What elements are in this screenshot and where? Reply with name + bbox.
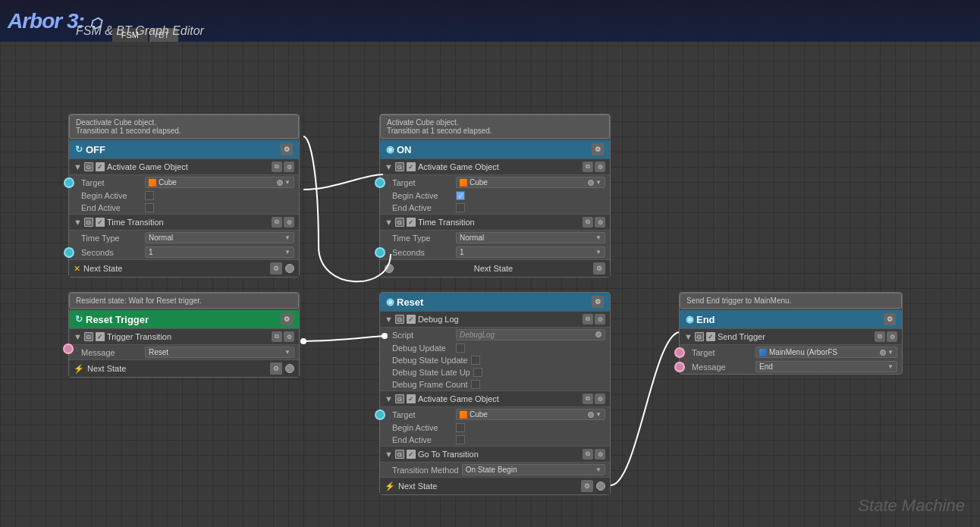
reset-next-gear-btn[interactable]: ⚙ xyxy=(581,480,593,492)
on-next-gear-btn[interactable]: ⚙ xyxy=(593,262,605,274)
end-target-value[interactable]: MainMenu (ArborFS ▼ xyxy=(755,347,897,358)
reset-debug-state-late-check[interactable] xyxy=(473,368,482,377)
reset-debug-copy-btn[interactable]: ⧉ xyxy=(583,314,593,325)
reset-trigger-message-value[interactable]: Reset ▼ xyxy=(145,347,294,358)
off-seconds-label: Seconds xyxy=(81,248,142,257)
on-seconds-value[interactable]: 1 ▼ xyxy=(456,246,605,258)
off-target-circle xyxy=(277,180,283,186)
end-bh-copy-btn[interactable]: ⧉ xyxy=(875,331,885,342)
end-gear-btn[interactable]: ⚙ xyxy=(884,313,896,325)
end-message-value[interactable]: End ▼ xyxy=(755,361,897,372)
reset-goto-gear-btn[interactable]: ⚙ xyxy=(595,449,605,460)
reset-trigger-gear-btn[interactable]: ⚙ xyxy=(281,313,293,325)
off-bh-copy-btn[interactable]: ⧉ xyxy=(272,162,282,172)
reset-node-header: ◉ Reset ⚙ xyxy=(380,293,610,311)
on-next-port-left xyxy=(385,264,394,273)
reset-trigger-left-port xyxy=(63,343,74,354)
reset-debug-frame-check[interactable] xyxy=(471,380,480,389)
reset-activate-end-check[interactable] xyxy=(456,435,465,444)
reset-debug-update-check[interactable] xyxy=(456,343,465,353)
off-target-value[interactable]: Cube ▼ xyxy=(145,177,294,188)
reset-activate-check[interactable]: ✓ xyxy=(407,394,416,403)
end-circle-icon: ◉ xyxy=(686,314,693,325)
off-trans-copy-btn[interactable]: ⧉ xyxy=(272,217,282,227)
off-node-header: ↻ OFF ⚙ xyxy=(69,140,299,158)
off-trans-check[interactable]: ✓ xyxy=(96,218,105,227)
on-trans-gear-btn[interactable]: ⚙ xyxy=(595,217,605,227)
reset-next-state-text: Next State xyxy=(398,482,437,491)
off-end-active-row: End Active xyxy=(69,202,299,214)
on-bh-gear-btn[interactable]: ⚙ xyxy=(595,162,605,172)
reset-goto-method-value[interactable]: On State Begin ▼ xyxy=(462,464,605,475)
off-title: OFF xyxy=(86,144,105,155)
off-tooltip: Deactivate Cube object. Transition at 1 … xyxy=(69,114,299,139)
on-circle-icon: ◉ xyxy=(386,144,394,155)
reset-trigger-copy-btn[interactable]: ⧉ xyxy=(272,331,282,342)
on-trans-check[interactable]: ✓ xyxy=(407,218,416,227)
reset-activate-begin-check[interactable] xyxy=(456,423,465,432)
reset-activate-copy-btn[interactable]: ⧉ xyxy=(583,394,593,404)
reset-activate-end-label: End Active xyxy=(392,435,453,444)
reset-debug-gear-btn[interactable]: ⚙ xyxy=(595,314,605,325)
reset-debug-header: ▼ G ✓ Debug Log ⧉ ⚙ xyxy=(380,311,610,328)
on-begin-active-label: Begin Active xyxy=(392,191,453,200)
on-end-active-check[interactable] xyxy=(456,203,465,212)
off-trans-g-icon: G xyxy=(84,218,93,227)
on-target-value[interactable]: Cube ▼ xyxy=(456,177,605,188)
reset-trigger-check[interactable]: ✓ xyxy=(96,332,105,341)
svg-point-0 xyxy=(300,338,306,344)
reset-debug-check[interactable]: ✓ xyxy=(407,315,416,324)
off-seconds-value[interactable]: 1 ▼ xyxy=(145,246,294,258)
on-gear-btn[interactable]: ⚙ xyxy=(592,143,604,155)
on-bh-check[interactable]: ✓ xyxy=(407,162,416,171)
end-target-icon xyxy=(759,349,767,356)
reset-debug-expand: ▼ xyxy=(385,315,393,324)
end-bh-gear-btn[interactable]: ⚙ xyxy=(887,331,897,342)
off-trans-gear-btn[interactable]: ⚙ xyxy=(284,217,294,227)
reset-debug-state-update-check[interactable] xyxy=(471,356,480,365)
off-target-label: Target xyxy=(81,178,142,187)
off-time-type-value[interactable]: Normal ▼ xyxy=(145,232,294,243)
end-message-port xyxy=(674,362,685,372)
off-next-state-bar: ✕ Next State ⚙ xyxy=(69,259,299,277)
reset-activate-gear-btn[interactable]: ⚙ xyxy=(595,394,605,404)
reset-goto-g-icon: G xyxy=(395,450,404,459)
reset-trigger-icon: ↻ xyxy=(75,314,83,325)
end-target-port xyxy=(674,347,685,358)
on-time-type-value[interactable]: Normal ▼ xyxy=(456,232,605,243)
reset-activate-begin-row: Begin Active xyxy=(380,422,610,434)
off-bh-check-icon[interactable]: ✓ xyxy=(96,162,105,171)
end-target-row: Target MainMenu (ArborFS ▼ xyxy=(680,345,902,359)
on-trans-copy-btn[interactable]: ⧉ xyxy=(583,217,593,227)
reset-goto-copy-btn[interactable]: ⧉ xyxy=(583,449,593,460)
off-time-type-row: Time Type Normal ▼ xyxy=(69,231,299,245)
reset-goto-check[interactable]: ✓ xyxy=(407,450,416,459)
reset-gear-btn[interactable]: ⚙ xyxy=(592,296,604,308)
reset-trigger-g-icon: G xyxy=(84,332,93,341)
reset-trigger-next-gear-btn[interactable]: ⚙ xyxy=(270,362,282,375)
reset-activate-target-label: Target xyxy=(392,410,453,419)
reset-trigger-trans-name: Trigger Transition xyxy=(107,332,171,341)
reset-trigger-lightning-icon: ⚡ xyxy=(74,364,84,374)
end-bh-check[interactable]: ✓ xyxy=(706,332,715,341)
reset-script-value[interactable]: DebugLog xyxy=(456,329,605,340)
on-begin-active-check[interactable]: ✓ xyxy=(456,191,465,200)
on-next-state-text: Next State xyxy=(474,264,513,273)
on-trans-name: Time Transition xyxy=(418,218,475,227)
on-tooltip: Activate Cube object. Transition at 1 se… xyxy=(380,114,610,139)
reset-trigger-gear2-btn[interactable]: ⚙ xyxy=(284,331,294,342)
off-gear-btn[interactable]: ⚙ xyxy=(281,143,293,155)
reset-activate-header: ▼ G ✓ Activate Game Object ⧉ ⚙ xyxy=(380,391,610,407)
off-transition-header: ▼ G ✓ Time Transition ⧉ ⚙ xyxy=(69,214,299,231)
reset-activate-name: Activate Game Object xyxy=(418,394,499,403)
reset-activate-target-value[interactable]: Cube ▼ xyxy=(456,409,605,420)
reset-goto-method-label: Transition Method xyxy=(392,466,459,475)
off-begin-active-check[interactable] xyxy=(145,191,154,200)
off-seconds-row: Seconds 1 ▼ xyxy=(69,245,299,259)
off-end-active-check[interactable] xyxy=(145,203,154,212)
off-next-gear-btn[interactable]: ⚙ xyxy=(270,262,282,274)
end-title: End xyxy=(696,314,715,325)
on-target-label: Target xyxy=(392,178,453,187)
off-bh-gear-btn[interactable]: ⚙ xyxy=(284,162,294,172)
on-bh-copy-btn[interactable]: ⧉ xyxy=(583,162,593,172)
